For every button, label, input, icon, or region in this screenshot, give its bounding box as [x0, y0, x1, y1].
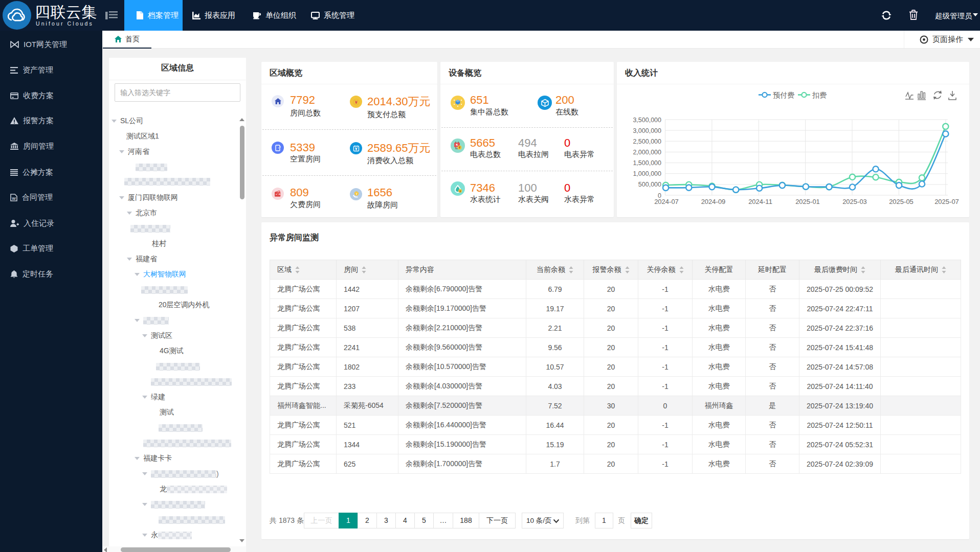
svg-text:2,500,000: 2,500,000 [633, 138, 661, 145]
svg-text:500,000: 500,000 [638, 181, 661, 188]
svg-text:2024-09: 2024-09 [701, 198, 726, 205]
svg-text:2024-11: 2024-11 [748, 198, 772, 205]
svg-text:3,500,000: 3,500,000 [633, 117, 661, 124]
svg-text:3,000,000: 3,000,000 [633, 127, 661, 134]
svg-text:2025-01: 2025-01 [795, 198, 820, 205]
svg-text:W: W [12, 196, 16, 200]
svg-text:预付费: 预付费 [773, 91, 794, 99]
svg-text:1,500,000: 1,500,000 [633, 159, 661, 167]
svg-text:2025-07: 2025-07 [934, 198, 959, 205]
svg-text:2,000,000: 2,000,000 [633, 149, 661, 156]
svg-text:2025-03: 2025-03 [842, 198, 867, 205]
svg-text:2025-05: 2025-05 [889, 198, 914, 205]
svg-text:1,000,000: 1,000,000 [633, 170, 661, 177]
svg-text:扣费: 扣费 [812, 91, 827, 99]
svg-text:2024-07: 2024-07 [654, 198, 679, 205]
svg-text:¥: ¥ [354, 99, 358, 105]
svg-text:¥: ¥ [459, 146, 461, 149]
